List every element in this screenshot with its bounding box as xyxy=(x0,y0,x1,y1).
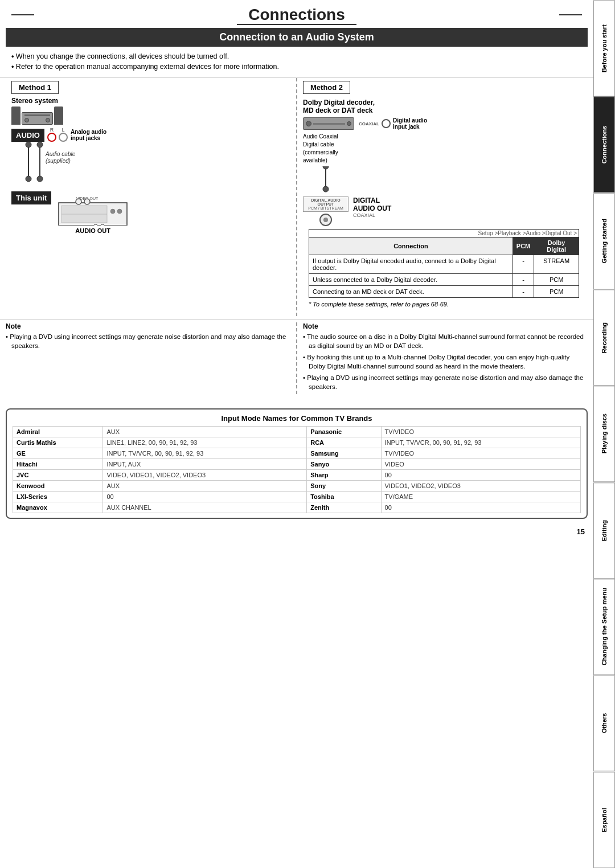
brand-name-left: LXI-Series xyxy=(13,491,103,502)
method2-audio-out-label: AUDIO OUT xyxy=(353,204,391,212)
tv-brand-row: HitachiINPUT, AUXSanyoVIDEO xyxy=(13,458,581,469)
brand-name-right: Samsung xyxy=(307,448,381,458)
brand-name-right: Toshiba xyxy=(307,491,381,502)
tab-editing[interactable]: Editing xyxy=(593,482,615,579)
settings-row-1: If output is Dolby Digital encoded audio… xyxy=(309,255,579,274)
brand-value-right: TV/GAME xyxy=(381,491,580,502)
brand-value-right: VIDEO1, VIDEO2, VIDEO3 xyxy=(381,480,580,491)
method2-cable-label: Audio Coaxial xyxy=(303,133,427,141)
row2-dolby: PCM xyxy=(534,274,579,286)
dvd-unit-diagram: VIDEO OUT VIDEO OUT2 xyxy=(56,191,130,226)
brand-value-left: 00 xyxy=(103,491,307,502)
row1-connection: If output is Dolby Digital encoded audio… xyxy=(309,255,513,274)
brand-value-right: TV/VIDEO xyxy=(381,448,580,458)
tv-brand-row: AdmiralAUXPanasonicTV/VIDEO xyxy=(13,426,581,437)
brand-value-right: INPUT, TV/VCR, 00, 90, 91, 92, 93 xyxy=(381,437,580,448)
brand-name-left: JVC xyxy=(13,469,103,480)
brand-name-left: Admiral xyxy=(13,426,103,437)
note-right-bullet-2: By hooking this unit up to a Multi-chann… xyxy=(303,353,588,371)
tab-getting-started[interactable]: Getting started xyxy=(593,193,615,289)
settings-table: Setup >Playback >Audio >Digital Out > Co… xyxy=(309,229,579,298)
svg-point-12 xyxy=(117,209,122,214)
svg-point-6 xyxy=(26,176,31,182)
this-unit-label: This unit xyxy=(11,191,51,204)
note-left-title: Note xyxy=(6,322,290,330)
brand-value-left: INPUT, TV/VCR, 00, 90, 91, 92, 93 xyxy=(103,448,307,458)
svg-text:(supplied): (supplied) xyxy=(46,158,71,164)
svg-point-20 xyxy=(323,166,329,169)
svg-text:Audio cable: Audio cable xyxy=(45,151,76,157)
row3-pcm: - xyxy=(512,286,534,298)
brand-name-right: RCA xyxy=(307,437,381,448)
tab-recording[interactable]: Recording xyxy=(593,289,615,386)
row3-connection: Connecting to an MD deck or DAT deck. xyxy=(309,286,513,298)
col-connection: Connection xyxy=(309,238,513,255)
brand-name-right: Sony xyxy=(307,480,381,491)
brand-name-left: GE xyxy=(13,448,103,458)
audio-label: AUDIO xyxy=(11,129,44,142)
intro-bullets: When you change the connections, all dev… xyxy=(0,51,593,77)
method2-digital-label: DIGITAL xyxy=(353,196,391,204)
brand-value-left: AUX CHANNEL xyxy=(103,502,307,513)
brand-name-left: Magnavox xyxy=(13,502,103,513)
tv-brand-row: Curtis MathisLINE1, LINE2, 00, 90, 91, 9… xyxy=(13,437,581,448)
digital-audio-label2: input jack xyxy=(393,124,427,130)
tv-brand-row: MagnavoxAUX CHANNELZenith00 xyxy=(13,502,581,513)
tab-before-you-start[interactable]: Before you start xyxy=(593,0,615,96)
note-right-title: Note xyxy=(303,322,588,330)
method-1-section: Method 1 Stereo system xyxy=(6,78,297,316)
method1-audio-out: AUDIO OUT xyxy=(75,227,110,234)
analog-label: Analog audio xyxy=(71,129,106,135)
tab-espanol[interactable]: Español xyxy=(593,772,615,868)
note-right: Note The audio source on a disc in a Dol… xyxy=(296,322,588,394)
brand-value-right: TV/VIDEO xyxy=(381,426,580,437)
bullet-1: When you change the connections, all dev… xyxy=(11,51,582,62)
brand-value-right: 00 xyxy=(381,469,580,480)
side-navigation: Before you start Connections Getting sta… xyxy=(593,0,615,868)
page-title: Connections xyxy=(237,6,356,25)
main-content: Connections Connection to an Audio Syste… xyxy=(0,0,593,539)
note-right-bullet-1: The audio source on a disc in a Dolby Di… xyxy=(303,332,588,350)
brand-value-left: VIDEO, VIDEO1, VIDEO2, VIDEO3 xyxy=(103,469,307,480)
row3-dolby: PCM xyxy=(534,286,579,298)
tv-brand-row: GEINPUT, TV/VCR, 00, 90, 91, 92, 93Samsu… xyxy=(13,448,581,458)
brand-name-right: Panasonic xyxy=(307,426,381,437)
brand-name-left: Curtis Mathis xyxy=(13,437,103,448)
tab-others[interactable]: Others xyxy=(593,675,615,771)
tv-brands-section: Input Mode Names for Common TV Brands Ad… xyxy=(6,408,588,519)
tv-brand-row: LXI-Series00ToshibaTV/GAME xyxy=(13,491,581,502)
method-1-label: Method 1 xyxy=(11,81,59,94)
svg-point-2 xyxy=(26,142,31,148)
brand-value-left: AUX xyxy=(103,480,307,491)
brand-name-right: Sanyo xyxy=(307,458,381,469)
note-right-bullet-3: Playing a DVD using incorrect settings m… xyxy=(303,373,588,391)
method2-coaxial-label: COAXIAL xyxy=(353,212,391,218)
settings-row-3: Connecting to an MD deck or DAT deck. - … xyxy=(309,286,579,298)
method2-cable-sub: Digital cable xyxy=(303,141,427,149)
svg-point-14 xyxy=(76,199,81,204)
settings-row-2: Unless connected to a Dolby Digital deco… xyxy=(309,274,579,286)
method2-cable-sub2: (commercially xyxy=(303,149,427,157)
diagram-area: Method 1 Stereo system xyxy=(0,77,593,316)
page-number: 15 xyxy=(0,525,593,539)
tab-playing-discs[interactable]: Playing discs xyxy=(593,386,615,482)
method2-cable-svg xyxy=(303,166,388,195)
method-2-section: Method 2 Dolby Digital decoder, MD deck … xyxy=(297,78,588,316)
tab-connections[interactable]: Connections xyxy=(593,96,615,193)
svg-point-21 xyxy=(323,186,329,192)
analog-label2: input jacks xyxy=(71,135,106,141)
brand-value-right: 00 xyxy=(381,502,580,513)
row2-connection: Unless connected to a Dolby Digital deco… xyxy=(309,274,513,286)
method2-subtitle: Dolby Digital decoder, xyxy=(303,99,427,107)
col-dolby: Dolby Digital xyxy=(534,238,579,255)
notes-area: Note Playing a DVD using incorrect setti… xyxy=(0,319,593,397)
settings-path: Setup >Playback >Audio >Digital Out > xyxy=(309,230,579,238)
svg-point-3 xyxy=(37,142,43,148)
brand-name-left: Hitachi xyxy=(13,458,103,469)
brand-value-left: INPUT, AUX xyxy=(103,458,307,469)
row1-pcm: - xyxy=(512,255,534,274)
method2-subtitle2: MD deck or DAT deck xyxy=(303,107,427,114)
bullet-2: Refer to the operation manual accompanyi… xyxy=(11,62,582,72)
method1-cable-diagram: Audio cable (supplied) xyxy=(11,145,125,190)
tab-changing-setup[interactable]: Changing the Setup menu xyxy=(593,579,615,675)
